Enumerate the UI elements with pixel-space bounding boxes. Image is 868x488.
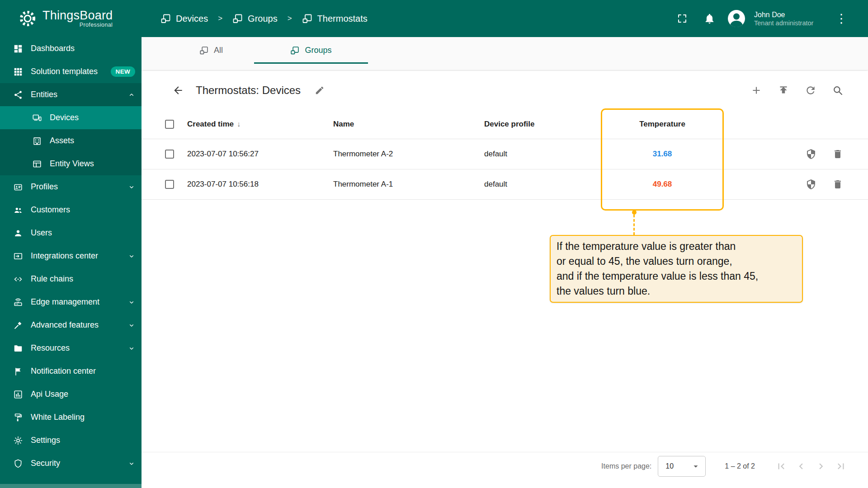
tab-label: All — [214, 46, 223, 55]
add-icon — [750, 84, 762, 96]
breadcrumb-devices[interactable]: Devices — [160, 13, 208, 24]
sidebar-item-label: Users — [31, 228, 52, 238]
annotation-line: the values turn blue. — [557, 284, 796, 299]
fullscreen-button[interactable] — [672, 8, 693, 29]
device-group-icon — [290, 46, 300, 55]
user-block[interactable]: John Doe Tenant administrator — [754, 10, 822, 27]
callout-connector-dot — [632, 210, 637, 215]
column-header-device-profile[interactable]: Device profile — [484, 120, 601, 129]
settings-gear-icon — [13, 436, 23, 446]
refresh-button[interactable] — [801, 80, 821, 100]
edge-management-icon — [13, 297, 23, 307]
header-menu-button[interactable]: ⋮ — [831, 8, 852, 29]
sidebar-item-dashboards[interactable]: Dashboards — [0, 37, 142, 60]
fullscreen-icon — [677, 13, 688, 24]
dashboards-icon — [13, 44, 23, 54]
manage-credentials-button[interactable] — [806, 149, 816, 160]
breadcrumb-groups[interactable]: Groups — [232, 13, 278, 24]
delete-button[interactable] — [832, 179, 843, 190]
sidebar-item-api-usage[interactable]: Api Usage — [0, 383, 142, 406]
sidebar-item-label: Security — [31, 459, 60, 468]
search-button[interactable] — [828, 80, 848, 100]
manage-credentials-button[interactable] — [806, 179, 816, 190]
sidebar-item-white-labeling[interactable]: White Labeling — [0, 406, 142, 429]
import-button[interactable] — [774, 80, 793, 100]
column-header-temperature[interactable]: Temperature — [601, 120, 724, 129]
avatar[interactable] — [726, 8, 747, 29]
tab-all[interactable]: All — [168, 37, 254, 64]
page-size-value: 10 — [665, 462, 674, 470]
sidebar-item-edge-management[interactable]: Edge management — [0, 291, 142, 314]
sidebar-item-resources[interactable]: Resources — [0, 337, 142, 360]
row-checkbox[interactable] — [165, 180, 174, 189]
sidebar-item-label: Entity Views — [50, 159, 94, 169]
device-group-icon — [199, 46, 209, 55]
column-header-created-time[interactable]: Created time ↓ — [187, 120, 333, 129]
sidebar-item-entity-views[interactable]: Entity Views — [0, 152, 142, 175]
device-profile-cell: default — [484, 180, 601, 189]
add-entity-button[interactable] — [746, 80, 766, 100]
sidebar-item-devices[interactable]: Devices — [0, 106, 142, 129]
app-name: ThingsBoard — [42, 9, 113, 22]
notification-center-icon — [13, 366, 23, 376]
created-time-cell: 2023-07-07 10:56:27 — [187, 150, 333, 159]
upload-icon — [778, 84, 789, 96]
next-page-button[interactable] — [811, 456, 831, 476]
trash-icon — [832, 149, 843, 160]
gear-logo-icon — [18, 9, 37, 28]
sidebar-item-solution-templates[interactable]: Solution templates NEW — [0, 60, 142, 83]
sidebar-item-advanced-features[interactable]: Advanced features — [0, 314, 142, 337]
last-page-button[interactable] — [831, 456, 851, 476]
app-header: ThingsBoard Professional Devices > Group… — [0, 0, 868, 37]
row-checkbox[interactable] — [165, 150, 174, 159]
table-row[interactable]: 2023-07-07 10:56:18 Thermometer A-1 defa… — [142, 169, 868, 200]
sidebar-item-integrations-center[interactable]: Integrations center — [0, 244, 142, 267]
sidebar-item-entities[interactable]: Entities — [0, 83, 142, 106]
thingsboard-logo[interactable]: ThingsBoard Professional — [0, 9, 142, 28]
sidebar-item-security[interactable]: Security — [0, 452, 142, 475]
sidebar-item-label: Assets — [50, 136, 74, 145]
header-actions: John Doe Tenant administrator ⋮ — [672, 8, 868, 29]
table-header-row: Created time ↓ Name Device profile Tempe… — [142, 109, 868, 139]
sidebar-item-label: Advanced features — [31, 320, 99, 330]
first-page-button[interactable] — [771, 456, 791, 476]
tab-groups[interactable]: Groups — [254, 37, 368, 64]
profiles-icon — [13, 182, 23, 192]
white-labeling-icon — [13, 413, 23, 422]
sidebar-item-label: Devices — [50, 113, 79, 122]
sidebar-item-profiles[interactable]: Profiles — [0, 175, 142, 198]
back-button[interactable] — [168, 80, 189, 101]
device-group-icon — [302, 13, 313, 24]
sidebar-item-assets[interactable]: Assets — [0, 129, 142, 152]
breadcrumb-label: Devices — [176, 14, 208, 24]
solution-templates-icon — [13, 67, 23, 77]
previous-page-button[interactable] — [791, 456, 811, 476]
resources-icon — [13, 343, 23, 353]
sidebar-item-rule-chains[interactable]: Rule chains — [0, 267, 142, 291]
api-usage-icon — [13, 389, 23, 399]
sidebar-item-settings[interactable]: Settings — [0, 429, 142, 452]
users-icon — [13, 228, 23, 238]
sidebar-item-notification-center[interactable]: Notification center — [0, 360, 142, 383]
sidebar-item-users[interactable]: Users — [0, 221, 142, 244]
notifications-button[interactable] — [699, 8, 720, 29]
dropdown-caret-icon — [691, 461, 701, 471]
page-size-select[interactable]: 10 — [658, 456, 706, 477]
select-all-checkbox[interactable] — [165, 120, 174, 129]
breadcrumb-thermostats[interactable]: Thermostats — [302, 13, 368, 24]
table-row[interactable]: 2023-07-07 10:56:27 Thermometer A-2 defa… — [142, 139, 868, 169]
chevron-down-icon — [128, 322, 135, 329]
sidebar-item-label: White Labeling — [31, 413, 85, 422]
edit-title-button[interactable] — [310, 80, 330, 100]
sidebar-item-customers[interactable]: Customers — [0, 198, 142, 221]
name-cell: Thermometer A-2 — [333, 150, 484, 159]
devices-icon — [32, 113, 42, 123]
created-time-cell: 2023-07-07 10:56:18 — [187, 180, 333, 189]
customers-icon — [13, 205, 23, 215]
arrow-back-icon — [172, 84, 184, 96]
column-header-name[interactable]: Name — [333, 120, 484, 129]
delete-button[interactable] — [832, 149, 843, 160]
sidebar: Dashboards Solution templates NEW Entiti… — [0, 37, 142, 488]
annotation-callout: If the temperature value is greater than… — [550, 235, 803, 303]
trash-icon — [832, 179, 843, 190]
